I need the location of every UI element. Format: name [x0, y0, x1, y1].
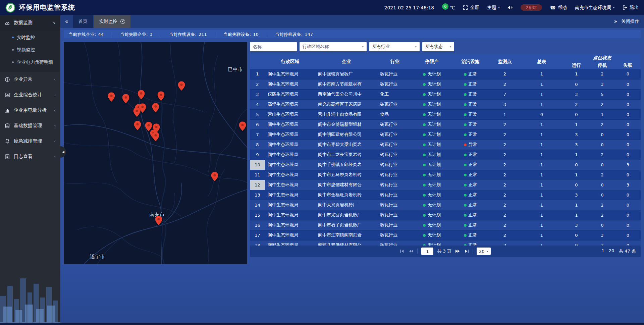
- cell-industry: 食品: [377, 109, 413, 119]
- cell-pollution-facility: 正常: [451, 119, 490, 129]
- map[interactable]: 巴中市南充市遂宁市: [64, 42, 247, 264]
- stats-divider: [215, 32, 215, 37]
- table-row[interactable]: 4高坪生态环境局南充市高坪区王家店建砖瓦行业无计划正常31220: [250, 99, 641, 109]
- sidebar-item-power-load-detail[interactable]: 企业电力负荷明细: [0, 56, 60, 68]
- cell-company: 阆中千佛镇五郎垭页岩: [315, 160, 377, 170]
- table-row[interactable]: 10阆中生态环境局阆中千佛镇五郎垭页岩砖瓦行业无计划正常21003: [250, 160, 641, 170]
- sidebar-item-data-monitoring[interactable]: 数据监测∨: [0, 15, 60, 31]
- cell-region: 南部生态环境局: [265, 240, 315, 246]
- cell-region: 营山生态环境局: [265, 109, 315, 119]
- org-dropdown[interactable]: 南充市生态环境局 ▾: [575, 5, 614, 11]
- stat-item: 当前停机设备:147: [275, 32, 313, 38]
- sidebar-item-enterprise-anomaly[interactable]: 企业异常‹: [0, 72, 60, 87]
- map-pin[interactable]: [157, 91, 164, 101]
- alert-count-badge[interactable]: 2632: [521, 4, 542, 11]
- name-filter-input[interactable]: [250, 42, 297, 51]
- pagination-controls: 共 3 页 20 ▾: [400, 248, 490, 255]
- cell-industry: 砖瓦行业: [377, 190, 413, 200]
- first-page-button[interactable]: [400, 249, 405, 253]
- cell-region: 阆中生态环境局: [265, 230, 315, 240]
- sidebar-item-log-view[interactable]: 日志查看‹: [0, 149, 60, 164]
- cell-limit-production: 无计划: [413, 210, 451, 220]
- table-row[interactable]: 16阆中生态环境局阆中市石子页岩机砖厂砖瓦行业无计划正常21300: [250, 220, 641, 230]
- help-button[interactable]: ☎ 帮助: [550, 5, 567, 11]
- table-row[interactable]: 2阆中生态环境局阆中市南方节能建材有砖瓦行业无计划正常21030: [250, 79, 641, 89]
- cell-disconnected: 0: [615, 200, 641, 210]
- status-dot: [464, 154, 467, 156]
- page-number-input[interactable]: [421, 248, 433, 255]
- tabs-scroll-left-icon[interactable]: «: [65, 19, 68, 24]
- cell-stopped: 0: [589, 190, 615, 200]
- region-filter-select[interactable]: 行政区域名称 ▾: [300, 42, 367, 51]
- map-pin[interactable]: [122, 94, 129, 103]
- map-pin[interactable]: [211, 172, 218, 181]
- industry-filter-select[interactable]: 所有行业 ▾: [369, 42, 420, 51]
- cell-pollution-facility: 正常: [451, 89, 490, 99]
- last-page-button[interactable]: [464, 249, 469, 253]
- table-row[interactable]: 14阆中生态环境局阆中大兴页岩机砖厂砖瓦行业无计划正常21120: [250, 200, 641, 210]
- row-index: 16: [250, 220, 265, 230]
- table-row[interactable]: 18南部生态环境局南部县双佛建材有限公砖瓦行业无计划正常21030: [250, 240, 641, 246]
- theme-label: 主题: [487, 5, 496, 11]
- close-icon[interactable]: ×: [120, 19, 125, 24]
- stat-value: 147: [305, 32, 313, 37]
- help-label: 帮助: [558, 5, 567, 11]
- stat-value: 10: [253, 32, 259, 37]
- table-row[interactable]: 9阆中生态环境局阆中市二龙长宝页岩砖砖瓦行业无计划正常21120: [250, 150, 641, 160]
- next-page-button[interactable]: [455, 249, 460, 253]
- map-pin[interactable]: [152, 132, 159, 141]
- logout-button[interactable]: 退出: [623, 5, 639, 11]
- chevron-down-icon: ∨: [53, 20, 56, 25]
- table-row[interactable]: 12阆中生态环境局阆中市忠信建材有限公砖瓦行业无计划正常21003: [250, 180, 641, 190]
- stats-bar: 当前在线企业:44当前失联企业:3当前在线设备:211当前失联设备:10当前停机…: [64, 30, 641, 39]
- page-size-select[interactable]: 20 ▾: [477, 248, 491, 255]
- map-pin[interactable]: [155, 216, 162, 225]
- announcement-speaker-icon[interactable]: [507, 5, 513, 10]
- right-panel: 行政区域名称 ▾ 所有行业 ▾ 所有状态 ▾: [250, 42, 641, 264]
- map-pin[interactable]: [178, 81, 185, 91]
- cell-region: 阆中生态环境局: [265, 180, 315, 190]
- cell-limit-production: 无计划: [413, 160, 451, 170]
- table-row[interactable]: 7阆中生态环境局阆中明阳建材有限公司砖瓦行业无计划正常21300: [250, 129, 641, 140]
- main-area: ◀: [60, 39, 644, 267]
- sidebar-item-realtime-monitoring[interactable]: 实时监控: [0, 31, 60, 44]
- sidebar-item-power-usage-analysis[interactable]: 企业用电量分析‹: [0, 103, 60, 118]
- status-dot: [464, 83, 467, 86]
- cell-industry: 砖瓦行业: [377, 140, 413, 150]
- table-row[interactable]: 6阆中生态环境局阆中市金博瑞新型墙材砖瓦行业无计划正常21120: [250, 119, 641, 129]
- table-row[interactable]: 3仪陇生态环境局西南油气田分公司川中化工无计划正常71350: [250, 89, 641, 99]
- map-pin[interactable]: [239, 121, 246, 131]
- theme-dropdown[interactable]: 主题 ▾: [487, 5, 499, 11]
- sidebar-item-video-monitoring[interactable]: 视频监控: [0, 44, 60, 56]
- map-pin[interactable]: [133, 107, 141, 117]
- cell-limit-production: 无计划: [413, 79, 451, 89]
- table-row[interactable]: 17阆中生态环境局阆中市江南镇阆南页岩砖瓦行业无计划正常21030: [250, 230, 641, 240]
- table-row[interactable]: 8阆中生态环境局阆中市枣碧大梁山页岩砖瓦行业无计划异常21300: [250, 140, 641, 150]
- table-row[interactable]: 5营山生态环境局营山县润丰肉食品有限食品无计划正常10010: [250, 109, 641, 119]
- cell-industry: 砖瓦行业: [377, 150, 413, 160]
- chevron-down-icon: ▾: [613, 6, 614, 9]
- sidebar-item-enterprise-statistics[interactable]: 企业综合统计‹: [0, 87, 60, 103]
- map-pin[interactable]: [134, 121, 141, 130]
- table-row[interactable]: 11阆中生态环境局阆中市五马桥页岩机砖砖瓦行业无计划正常21120: [250, 170, 641, 180]
- map-pin[interactable]: [108, 92, 115, 102]
- stat-value: 211: [199, 32, 207, 37]
- sidebar-item-emergency-reduction[interactable]: 应急减排管理‹: [0, 133, 60, 149]
- tab-realtime[interactable]: 实时监控×: [94, 15, 130, 28]
- table-row[interactable]: 1阆中生态环境局阆中强锐页岩砖厂砖瓦行业无计划正常21120: [250, 69, 641, 79]
- status-filter-select[interactable]: 所有状态 ▾: [422, 42, 454, 51]
- table-row[interactable]: 13阆中生态环境局阆中市金福旺页岩机砖砖瓦行业无计划正常21300: [250, 190, 641, 200]
- cell-stopped: 0: [589, 140, 615, 150]
- map-pin[interactable]: [138, 90, 145, 99]
- tab-home[interactable]: 首页: [73, 15, 93, 28]
- cell-company: 营山县润丰肉食品有限: [315, 109, 377, 119]
- map-pin[interactable]: [152, 103, 159, 112]
- fullscreen-button[interactable]: 全屏: [463, 5, 479, 11]
- prev-page-button[interactable]: [409, 249, 414, 253]
- cell-running: 0: [564, 240, 589, 246]
- close-operations-button[interactable]: 关闭操作: [621, 18, 639, 24]
- sidebar-item-base-data-management[interactable]: 基础数据管理‹: [0, 118, 60, 133]
- table-row[interactable]: 15阆中生态环境局阆中市光富页岩机砖厂砖瓦行业无计划正常21120: [250, 210, 641, 220]
- tabs-scroll-right-icon[interactable]: »: [614, 19, 617, 24]
- cell-disconnected: 0: [615, 89, 641, 99]
